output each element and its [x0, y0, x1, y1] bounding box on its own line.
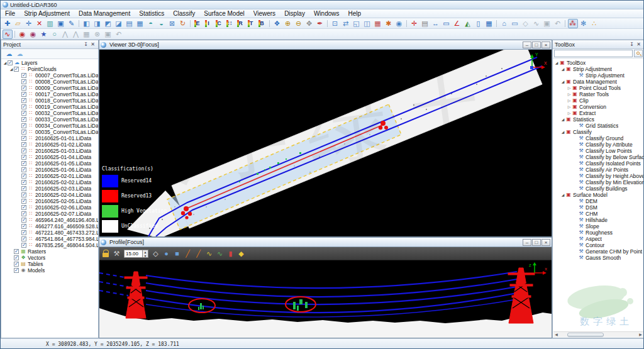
toolbar-icon[interactable]: ⌂ [499, 19, 509, 28]
panel-tool-icon[interactable]: ☁ [15, 49, 25, 58]
panel-tool-icon[interactable]: ☁ [4, 49, 14, 58]
visibility-checkbox[interactable] [21, 123, 26, 128]
visibility-checkbox[interactable] [21, 111, 26, 116]
tree-item[interactable]: ∷ 00017_ConvertToLas.LiData [1, 91, 98, 97]
tree-item[interactable]: ◢ ▣ Statistics [553, 116, 644, 123]
tree-item[interactable]: ∷ 20160625-02-06.LiData [1, 204, 98, 211]
toolbar-icon[interactable]: ◆ [236, 249, 247, 258]
tree-item[interactable]: ∷ 20160625-02-05.LiData [1, 198, 98, 204]
menu-item[interactable]: Data Management [74, 9, 135, 18]
tree-item[interactable]: ⚒ Classify by Height Above Gro [553, 173, 644, 179]
toolbar-icon[interactable]: ∠ [452, 19, 462, 28]
toolbar-icon[interactable]: ⊖ [294, 19, 304, 28]
toolbar-icon[interactable]: ◱ [352, 19, 362, 28]
toolbar-icon[interactable]: ● [162, 249, 172, 258]
toolbar-icon[interactable]: ○ [50, 30, 60, 39]
toolbar-icon[interactable]: ⊠ [167, 19, 177, 28]
toolbar-icon[interactable]: ▣ [56, 19, 66, 28]
lock-icon[interactable] [103, 250, 109, 257]
menu-item[interactable]: Windows [309, 9, 344, 18]
tree-item[interactable]: ⚒ Classify by Attribute [553, 141, 644, 148]
tree-item[interactable]: ▷ ▣ Conversion [553, 104, 644, 110]
tree-item[interactable]: ∷ 465964.240_466196.408.LiData [1, 217, 98, 223]
close-button[interactable]: × [541, 239, 550, 246]
toolbar-icon[interactable]: ∿ [531, 19, 541, 28]
tree-item[interactable]: ∷ 20160625-01-04.LiData [1, 154, 98, 160]
toolbar-icon[interactable]: ▦ [82, 30, 92, 39]
viewer-3d-canvas[interactable]: Y X Classification(s) Reserved14 Reserve… [99, 50, 552, 236]
visibility-checkbox[interactable] [21, 167, 26, 172]
expander-icon[interactable]: ▷ [567, 104, 572, 110]
visibility-checkbox[interactable] [21, 205, 26, 210]
tree-item[interactable]: ◢ ▣ Data Management [553, 79, 644, 85]
visibility-checkbox[interactable] [21, 136, 26, 141]
toolbar-icon[interactable]: ▦ [373, 19, 383, 28]
toolbar-icon[interactable]: ↔ [431, 19, 441, 28]
visibility-checkbox[interactable] [21, 86, 26, 91]
toolbar-icon[interactable]: ▤ [125, 19, 135, 28]
tree-item[interactable]: ⚒ Hillshade [553, 217, 644, 223]
tree-item[interactable]: ∷ 20160625-01-02.LiData [1, 141, 98, 148]
toolbar-icon[interactable]: ╱ [183, 249, 193, 258]
expander-icon[interactable]: ▷ [567, 91, 572, 97]
tree-item[interactable]: ∷ 20160625-02-07.LiData [1, 211, 98, 217]
toolbar-icon[interactable]: ∿ [3, 30, 13, 39]
expander-icon[interactable]: ◢ [554, 60, 559, 66]
visibility-checkbox[interactable] [14, 249, 19, 254]
tree-item[interactable]: ⚒ Gauss Smooth [553, 255, 644, 261]
toolbar-icon[interactable]: ◨ [92, 19, 103, 28]
menu-item[interactable]: Statistics [135, 9, 169, 18]
toolbar-icon[interactable]: ∷ [225, 19, 235, 28]
toolbar-icon[interactable]: ▤ [420, 19, 430, 28]
tree-item[interactable]: ▷ ▣ Point Cloud Tools [553, 85, 644, 91]
dock-pin-icon[interactable]: ↧ [628, 41, 635, 48]
toolbar-icon[interactable]: ↻ [178, 19, 188, 28]
visibility-checkbox[interactable] [14, 255, 19, 260]
tree-item[interactable]: ∷ 466277.616_466509.528.LiData [1, 223, 98, 230]
tree-item[interactable]: ❖ Vectors [1, 255, 98, 261]
toolbar-icon[interactable]: ✚ [3, 19, 13, 28]
toolbar-icon[interactable]: ▥ [45, 19, 55, 28]
tree-item[interactable]: ◢ ∷ PointClouds [1, 66, 98, 72]
toolbar-icon[interactable]: ✛ [24, 19, 34, 28]
close-icon[interactable]: ✕ [635, 41, 642, 48]
scroll-right-icon[interactable]: ▶ [638, 332, 643, 338]
menu-item[interactable]: File [1, 9, 19, 18]
toolbar-icon[interactable]: C [214, 19, 225, 28]
toolbar-icon[interactable]: ▱ [13, 19, 23, 28]
toolbar-icon[interactable]: ✕ [35, 19, 45, 28]
close-button[interactable]: × [541, 42, 550, 48]
tree-item[interactable]: ∷ 20160625-02-01.LiData [1, 173, 98, 179]
tree-item[interactable]: ⚒ Classify Low Points [553, 148, 644, 154]
toolbar-icon[interactable] [189, 19, 192, 28]
visibility-checkbox[interactable] [21, 148, 26, 153]
toolbar-icon[interactable]: ▣ [542, 19, 552, 28]
width-input[interactable] [124, 250, 143, 258]
toolbar-icon[interactable]: ↶ [553, 19, 563, 28]
toolbar-icon[interactable]: ⊕ [283, 19, 293, 28]
visibility-checkbox[interactable] [21, 174, 26, 179]
tree-item[interactable]: ⚒ DSM [553, 204, 644, 211]
toolbar-icon[interactable] [564, 19, 567, 28]
toolbar-icon[interactable]: ▦ [484, 19, 494, 28]
tree-item[interactable]: ∷ 20160625-01-06.LiData [1, 167, 98, 173]
expander-icon[interactable]: ◢ [560, 192, 565, 198]
tree-item[interactable]: ∷ 20160625-02-03.LiData [1, 186, 98, 192]
toolbar-icon[interactable]: I [204, 19, 214, 28]
toolbar-icon[interactable]: ╱ [194, 249, 204, 258]
visibility-checkbox[interactable] [21, 192, 26, 197]
tree-item[interactable]: ∷ 00032_ConvertToLas.LiData [1, 110, 98, 116]
toolbar-icon[interactable]: ◧ [82, 19, 92, 28]
toolbar-icon[interactable]: ↶ [114, 30, 124, 39]
toolbar-icon[interactable]: ◉ [28, 30, 38, 39]
tree-item[interactable]: ⚒ Aspect [553, 236, 644, 242]
toolbar-icon[interactable]: ∿ [204, 249, 214, 258]
expander-icon[interactable]: ◢ [560, 66, 565, 72]
maximize-button[interactable]: □ [532, 239, 541, 246]
visibility-checkbox[interactable] [14, 268, 19, 273]
profile-canvas[interactable]: Z X [99, 260, 552, 338]
scrollbar-thumb[interactable] [567, 333, 604, 337]
tree-item[interactable]: ∷ 20160625-02-02.LiData [1, 179, 98, 186]
toolbar-icon[interactable]: ◇ [151, 249, 161, 258]
tree-item[interactable]: ∷ 00034_ConvertToLas.LiData [1, 123, 98, 129]
